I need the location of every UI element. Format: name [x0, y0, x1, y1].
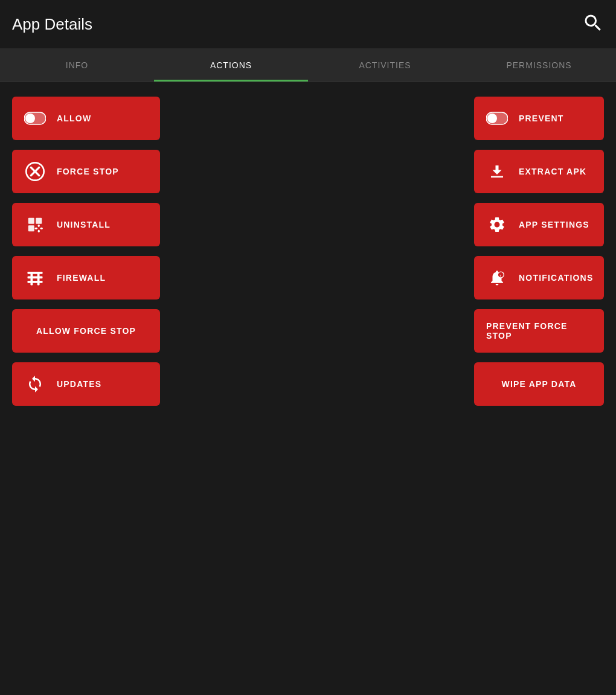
uninstall-button[interactable]: UNINSTALL — [12, 203, 160, 246]
actions-content: ALLOW PREVENT FORCE STOP — [0, 82, 616, 430]
firewall-button[interactable]: FIREWALL — [12, 256, 160, 299]
tab-bar: INFO ACTIONS ACTIVITIES PERMISSIONS — [0, 48, 616, 82]
firewall-icon — [24, 267, 46, 289]
svg-rect-14 — [28, 281, 43, 283]
svg-point-3 — [487, 114, 497, 123]
action-row-2: FORCE STOP EXTRACT APK — [12, 150, 604, 193]
force-stop-button[interactable]: FORCE STOP — [12, 150, 160, 193]
prevent-button[interactable]: PREVENT — [474, 97, 604, 140]
toggle-off-icon-right — [486, 107, 508, 129]
svg-point-1 — [25, 114, 35, 123]
allow-force-stop-button[interactable]: ALLOW FORCE STOP — [12, 309, 160, 353]
tab-permissions[interactable]: PERMISSIONS — [462, 48, 616, 82]
action-row-5: ALLOW FORCE STOP PREVENT FORCE STOP — [12, 309, 604, 353]
toggle-off-icon — [24, 107, 46, 129]
action-row-6: UPDATES WIPE APP DATA — [12, 362, 604, 406]
tab-activities[interactable]: ACTIVITIES — [308, 48, 462, 82]
svg-rect-16 — [28, 272, 43, 274]
search-button[interactable] — [582, 12, 604, 36]
extract-apk-button[interactable]: EXTRACT APK — [474, 150, 604, 193]
download-icon — [486, 161, 508, 182]
svg-rect-17 — [31, 272, 33, 286]
svg-rect-7 — [28, 218, 34, 224]
page-title: App Details — [12, 15, 92, 34]
search-icon — [582, 12, 604, 34]
uninstall-icon — [24, 214, 46, 235]
notifications-button[interactable]: ! NOTIFICATIONS — [474, 256, 604, 299]
svg-rect-18 — [37, 272, 40, 286]
prevent-force-stop-button[interactable]: PREVENT FORCE STOP — [474, 309, 604, 353]
allow-button[interactable]: ALLOW — [12, 97, 160, 140]
wipe-app-data-button[interactable]: WIPE APP DATA — [474, 362, 604, 406]
refresh-icon — [24, 373, 46, 395]
tab-info[interactable]: INFO — [0, 48, 154, 82]
app-settings-button[interactable]: APP SETTINGS — [474, 203, 604, 246]
x-circle-icon — [24, 161, 46, 182]
gear-icon — [486, 214, 508, 235]
updates-button[interactable]: UPDATES — [12, 362, 160, 406]
svg-rect-15 — [28, 277, 43, 279]
action-row-4: FIREWALL ! NOTIFICATIONS — [12, 256, 604, 299]
svg-text:!: ! — [499, 274, 502, 278]
svg-rect-9 — [28, 225, 34, 231]
svg-rect-8 — [36, 218, 42, 224]
action-row-1: ALLOW PREVENT — [12, 97, 604, 140]
action-row-3: UNINSTALL APP SETTINGS — [12, 203, 604, 246]
header: App Details — [0, 0, 616, 48]
bell-icon: ! — [486, 267, 508, 289]
tab-actions[interactable]: ACTIONS — [154, 48, 308, 82]
